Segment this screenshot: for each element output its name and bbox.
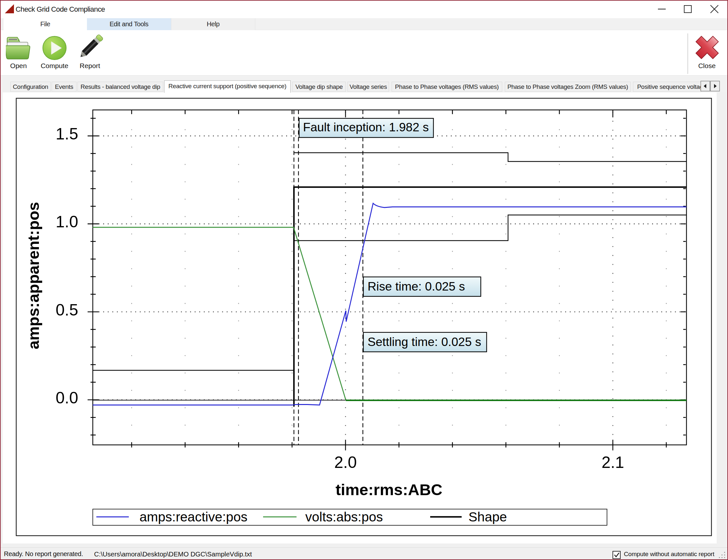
svg-text:1.5: 1.5 xyxy=(55,125,78,143)
svg-text:volts:abs:pos: volts:abs:pos xyxy=(305,509,383,524)
svg-text:Shape: Shape xyxy=(468,509,507,524)
svg-text:Settling time: 0.025 s: Settling time: 0.025 s xyxy=(368,335,481,348)
svg-text:amps:reactive:pos: amps:reactive:pos xyxy=(140,509,248,524)
svg-text:amps:apparent:pos: amps:apparent:pos xyxy=(25,202,42,349)
svg-text:0.5: 0.5 xyxy=(55,301,78,319)
svg-text:2.0: 2.0 xyxy=(334,453,357,471)
svg-text:0.0: 0.0 xyxy=(55,389,78,407)
svg-text:1.0: 1.0 xyxy=(55,213,78,231)
svg-text:2.1: 2.1 xyxy=(601,453,624,471)
svg-text:time:rms:ABC: time:rms:ABC xyxy=(335,481,442,498)
svg-text:Rise time: 0.025 s: Rise time: 0.025 s xyxy=(368,280,465,293)
svg-text:Fault inception: 1.982 s: Fault inception: 1.982 s xyxy=(303,120,429,134)
